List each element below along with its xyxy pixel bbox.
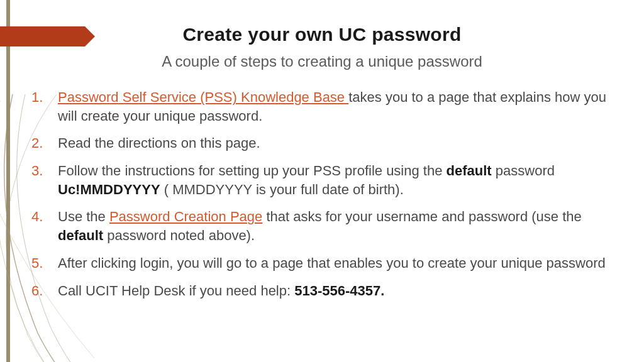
bold-text: default <box>447 163 492 178</box>
list-item: Follow the instructions for setting up y… <box>31 162 613 199</box>
item-text: Use the <box>58 209 109 224</box>
item-text: Follow the instructions for setting up y… <box>58 163 447 178</box>
item-text: password noted above). <box>103 228 255 243</box>
pss-kb-link[interactable]: Password Self Service (PSS) Knowledge Ba… <box>58 89 348 105</box>
page-subtitle: A couple of steps to creating a unique p… <box>31 53 613 70</box>
bold-text: 513-556-4357. <box>294 283 384 299</box>
list-item: Use the Password Creation Page that asks… <box>31 207 613 244</box>
password-creation-link[interactable]: Password Creation Page <box>109 209 262 224</box>
slide-content: Create your own UC password A couple of … <box>0 24 644 309</box>
list-item: Password Self Service (PSS) Knowledge Ba… <box>31 88 613 125</box>
item-text: that asks for your username and password… <box>262 209 581 224</box>
bold-text: Uc!MMDDYYYY <box>58 182 160 197</box>
list-item: Call UCIT Help Desk if you need help: 51… <box>31 282 613 300</box>
item-text: Read the directions on this page. <box>58 135 260 151</box>
item-text: After clicking login, you will go to a p… <box>58 255 606 271</box>
bold-text: default <box>58 228 103 243</box>
list-item: Read the directions on this page. <box>31 134 613 153</box>
item-text: password <box>492 163 555 178</box>
steps-list: Password Self Service (PSS) Knowledge Ba… <box>31 88 613 300</box>
item-text: ( MMDDYYYY is your full date of birth). <box>160 182 404 197</box>
page-title: Create your own UC password <box>31 24 613 45</box>
item-text: Call UCIT Help Desk if you need help: <box>58 283 294 299</box>
list-item: After clicking login, you will go to a p… <box>31 254 613 273</box>
